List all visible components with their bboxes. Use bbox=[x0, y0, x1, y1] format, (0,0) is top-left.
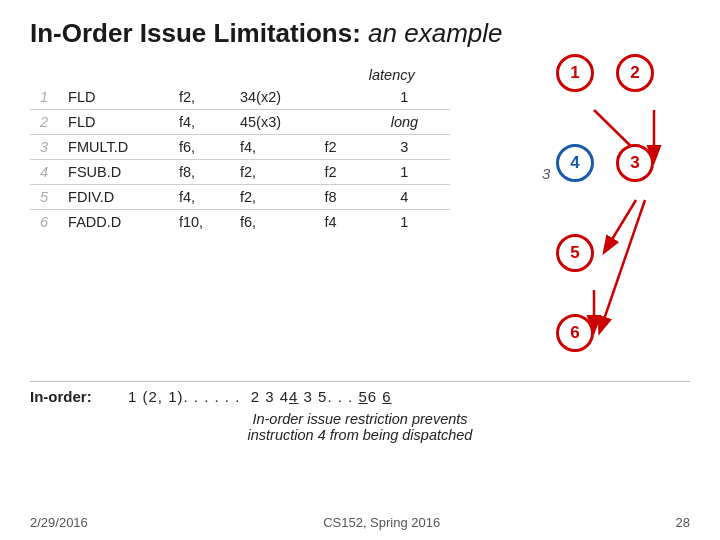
row-arg: f10, bbox=[169, 210, 230, 235]
svg-line-2 bbox=[600, 200, 645, 331]
underline-5: 5 bbox=[358, 388, 367, 405]
row-number: 5 bbox=[30, 185, 58, 210]
instruction-table: latency 1FLDf2,34(x2)12FLDf4,45(x3)long3… bbox=[30, 63, 450, 234]
row-arg bbox=[314, 110, 358, 135]
row-arg bbox=[314, 85, 358, 110]
footer-page: 28 bbox=[676, 515, 690, 530]
row-op: FSUB.D bbox=[58, 160, 169, 185]
underline-6: 6 bbox=[382, 388, 391, 405]
col-num bbox=[30, 63, 58, 85]
row-arg: f4 bbox=[314, 210, 358, 235]
footer-content: In-order: 1 (2, 1). . . . . . 2 3 44 3 5… bbox=[30, 381, 690, 443]
slide: In-Order Issue Limitations: an example l… bbox=[0, 0, 720, 540]
row-arg: 45(x3) bbox=[230, 110, 314, 135]
inorder-label: In-order: bbox=[30, 388, 120, 405]
row-op: FMULT.D bbox=[58, 135, 169, 160]
footer-course: CS152, Spring 2016 bbox=[323, 515, 440, 530]
node-1: 1 bbox=[556, 54, 594, 92]
restriction-line1: In-order issue restriction prevents bbox=[30, 411, 690, 427]
row-number: 3 bbox=[30, 135, 58, 160]
node-6: 6 bbox=[556, 314, 594, 352]
latency-header: latency bbox=[359, 63, 450, 85]
inorder-sequence: 1 (2, 1). . . . . . 2 3 44 3 5. . . 56 6 bbox=[128, 388, 392, 405]
row-arg: f2 bbox=[314, 135, 358, 160]
row-latency: 1 bbox=[359, 85, 450, 110]
row-arg: f2, bbox=[230, 185, 314, 210]
table-row: 6FADD.Df10,f6,f41 bbox=[30, 210, 450, 235]
row-op: FLD bbox=[58, 85, 169, 110]
row-latency: long bbox=[359, 110, 450, 135]
row-number: 4 bbox=[30, 160, 58, 185]
node-2: 2 bbox=[616, 54, 654, 92]
row-arg: f2, bbox=[230, 160, 314, 185]
dependency-diagram: 1 2 3 4 3 5 6 bbox=[460, 53, 690, 373]
restriction-text: In-order issue restriction prevents inst… bbox=[30, 411, 690, 443]
node-4: 4 bbox=[556, 144, 594, 182]
row-latency: 1 bbox=[359, 210, 450, 235]
row-arg: f8, bbox=[169, 160, 230, 185]
row-arg: f4, bbox=[230, 135, 314, 160]
row-number: 1 bbox=[30, 85, 58, 110]
table-row: 4FSUB.Df8,f2,f21 bbox=[30, 160, 450, 185]
slide-title: In-Order Issue Limitations: an example bbox=[30, 18, 690, 49]
col-args bbox=[169, 63, 359, 85]
row-op: FLD bbox=[58, 110, 169, 135]
title-main: In-Order Issue Limitations: bbox=[30, 18, 361, 48]
content-section: latency 1FLDf2,34(x2)12FLDf4,45(x3)long3… bbox=[30, 63, 690, 373]
table-row: 1FLDf2,34(x2)1 bbox=[30, 85, 450, 110]
inorder-row: In-order: 1 (2, 1). . . . . . 2 3 44 3 5… bbox=[30, 388, 690, 405]
row-number: 2 bbox=[30, 110, 58, 135]
row-arg: 34(x2) bbox=[230, 85, 314, 110]
row-number: 6 bbox=[30, 210, 58, 235]
restriction-line2: instruction 4 from being dispatched bbox=[30, 427, 690, 443]
slide-footer: 2/29/2016 CS152, Spring 2016 28 bbox=[30, 515, 690, 530]
node-3-label: 3 bbox=[542, 165, 550, 182]
row-arg: f4, bbox=[169, 185, 230, 210]
title-subtitle: an example bbox=[368, 18, 502, 48]
col-op bbox=[58, 63, 169, 85]
row-op: FDIV.D bbox=[58, 185, 169, 210]
row-arg: f8 bbox=[314, 185, 358, 210]
node-5: 5 bbox=[556, 234, 594, 272]
row-arg: f2, bbox=[169, 85, 230, 110]
row-latency: 1 bbox=[359, 160, 450, 185]
row-arg: f4, bbox=[169, 110, 230, 135]
underline-4: 4 bbox=[289, 388, 298, 405]
row-arg: f6, bbox=[169, 135, 230, 160]
row-latency: 3 bbox=[359, 135, 450, 160]
table-row: 3FMULT.Df6,f4,f23 bbox=[30, 135, 450, 160]
table-row: 2FLDf4,45(x3)long bbox=[30, 110, 450, 135]
node-3: 3 bbox=[616, 144, 654, 182]
footer-date: 2/29/2016 bbox=[30, 515, 88, 530]
row-arg: f6, bbox=[230, 210, 314, 235]
row-arg: f2 bbox=[314, 160, 358, 185]
row-latency: 4 bbox=[359, 185, 450, 210]
table-row: 5FDIV.Df4,f2,f84 bbox=[30, 185, 450, 210]
row-op: FADD.D bbox=[58, 210, 169, 235]
